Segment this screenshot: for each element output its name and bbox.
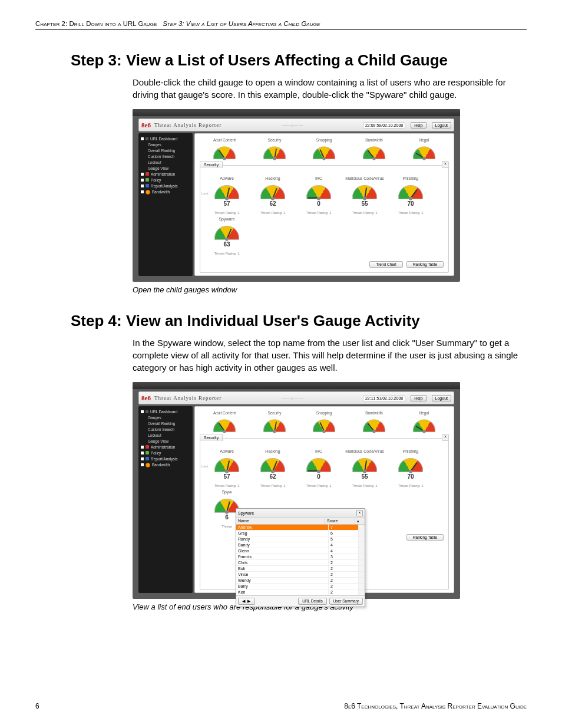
logout-button[interactable]: Logout xyxy=(432,395,451,401)
figure-2: 8e6 Threat Analysis Reporter ~~~~⌂~~~~ 2… xyxy=(35,382,527,599)
sidebar-item[interactable]: Lockout xyxy=(138,432,193,438)
pager[interactable]: ◀ ▶ xyxy=(238,598,255,605)
sidebar-item-report[interactable]: Report/Analysis xyxy=(138,456,193,462)
scroll-up-icon[interactable]: ▴ xyxy=(355,518,365,524)
table-header: Name Score ▴ xyxy=(236,518,365,525)
scrollbar[interactable] xyxy=(358,572,365,577)
close-icon[interactable]: × xyxy=(442,161,449,168)
table-row[interactable]: Vince2 xyxy=(236,572,365,578)
sidebar-item-policy[interactable]: Policy xyxy=(138,450,193,456)
scrollbar[interactable] xyxy=(358,578,365,583)
gauge[interactable]: Shopping xyxy=(305,411,344,433)
close-icon[interactable]: × xyxy=(356,510,363,516)
scrollbar[interactable] xyxy=(358,560,365,565)
logo: 8e6 xyxy=(141,121,151,129)
sidebar-item-bandwidth[interactable]: Bandwidth xyxy=(138,462,193,468)
table-row[interactable]: Andrew7 xyxy=(236,525,365,531)
scrollbar[interactable] xyxy=(358,525,365,530)
gauge[interactable]: Security xyxy=(255,411,295,433)
table-row[interactable]: Barry2 xyxy=(236,584,365,589)
table-row[interactable]: Wendy2 xyxy=(236,578,365,584)
sidebar-item-dashboard[interactable]: URL Dashboard xyxy=(138,136,193,141)
child-gauge[interactable]: Phishing70Threat Rating: 1 xyxy=(389,449,432,487)
child-gauge[interactable]: Hacking62Threat Rating: 1 xyxy=(251,449,295,487)
sidebar-item-report[interactable]: Report/Analysis xyxy=(138,183,193,189)
chapter-label: Chapter 2: Drill Down into a URL Gauge xyxy=(35,20,157,27)
window-titlebar xyxy=(133,109,460,116)
ranking-table-button[interactable]: Ranking Table xyxy=(406,261,444,268)
sidebar-item-bandwidth[interactable]: Bandwidth xyxy=(138,189,193,195)
gauge[interactable]: Security xyxy=(255,139,295,160)
header-ornament: ~~~~⌂~~~~ xyxy=(225,123,359,127)
child-gauge[interactable]: Phishing70Threat Rating: 1 xyxy=(389,176,432,215)
table-row[interactable]: Bob2 xyxy=(236,566,365,572)
header-ornament: ~~~~⌂~~~~ xyxy=(225,396,359,400)
scrollbar[interactable] xyxy=(358,536,365,542)
child-gauge[interactable]: Malicious Code/Virus55Threat Rating: 1 xyxy=(343,449,386,487)
figure-1: 8e6 Threat Analysis Reporter ~~~~⌂~~~~ 2… xyxy=(35,109,527,282)
user-summary-button[interactable]: User Summary xyxy=(329,598,363,605)
sidebar-item[interactable]: Gauge View xyxy=(138,165,193,171)
sidebar-item[interactable]: Gauges xyxy=(138,414,193,420)
sidebar-item-admin[interactable]: Administration xyxy=(138,171,193,177)
child-gauge[interactable]: Adware57Threat Rating: 1 xyxy=(205,176,249,215)
sidebar-item-dashboard[interactable]: URL Dashboard xyxy=(138,409,193,414)
gauge[interactable]: Bandwidth xyxy=(355,411,394,433)
table-row[interactable]: Randy5 xyxy=(236,536,365,542)
step3-body: Double-click the child gauge to open a w… xyxy=(35,77,527,101)
table-row[interactable]: Francis3 xyxy=(236,554,365,560)
page-number: 6 xyxy=(35,702,39,710)
gauge[interactable]: Illegal xyxy=(404,411,444,433)
sidebar-item[interactable]: Overall Ranking xyxy=(138,147,193,153)
gauge[interactable]: Bandwidth xyxy=(355,139,394,160)
table-row[interactable]: Bandy4 xyxy=(236,542,365,548)
close-icon[interactable]: × xyxy=(442,434,449,441)
child-gauge[interactable]: Spyware63Threat Rating: 1 xyxy=(205,217,249,255)
table-row[interactable]: Ken2 xyxy=(236,589,365,595)
sidebar-item-policy[interactable]: Policy xyxy=(138,177,193,183)
gauge[interactable]: Adult Content xyxy=(205,139,244,160)
scrollbar[interactable] xyxy=(358,548,365,554)
child-gauge[interactable]: Malicious Code/Virus55Threat Rating: 1 xyxy=(343,176,386,215)
gauge[interactable]: Shopping xyxy=(305,139,344,160)
col-score[interactable]: Score xyxy=(325,518,355,524)
timestamp: 22:11:51/02.10.2008 xyxy=(363,395,405,401)
trend-chart-button[interactable]: Trend Chart xyxy=(369,261,402,268)
child-gauge[interactable]: IRC0Threat Rating: 1 xyxy=(297,449,340,487)
gauge[interactable]: Illegal xyxy=(404,139,444,160)
scrollbar[interactable] xyxy=(358,531,365,536)
table-row[interactable]: Chris2 xyxy=(236,560,365,566)
sidebar-item[interactable]: Overall Ranking xyxy=(138,420,193,426)
sidebar-item-admin[interactable]: Administration xyxy=(138,444,193,450)
child-gauge[interactable]: Hacking62Threat Rating: 1 xyxy=(251,176,295,215)
gauge[interactable]: Adult Content xyxy=(205,411,244,433)
app-name: Threat Analysis Reporter xyxy=(154,122,222,128)
panel-tab: Security xyxy=(200,434,223,441)
scrollbar[interactable] xyxy=(358,584,365,589)
ranking-table-button[interactable]: Ranking Table xyxy=(406,534,444,541)
help-button[interactable]: Help xyxy=(411,395,426,401)
sidebar-item[interactable]: Gauge View xyxy=(138,438,193,444)
sidebar-item[interactable]: Custom Search xyxy=(138,426,193,432)
sidebar: URL Dashboard Gauges Overall Ranking Cus… xyxy=(138,133,193,276)
table-row[interactable]: Glenn4 xyxy=(236,548,365,554)
scrollbar[interactable] xyxy=(358,542,365,548)
scrollbar[interactable] xyxy=(358,566,365,571)
child-gauge[interactable]: Adware57Threat Rating: 1 xyxy=(205,449,249,487)
sidebar-item[interactable]: Gauges xyxy=(138,141,193,147)
app-name: Threat Analysis Reporter xyxy=(154,395,222,401)
sidebar-item[interactable]: Lockout xyxy=(138,159,193,165)
user-table: Andrew7Greg6Randy5Bandy4Glenn4Francis3Ch… xyxy=(236,525,365,595)
logout-button[interactable]: Logout xyxy=(432,122,451,129)
top-gauge-row: Adult Content Security Shopping Bandwidt… xyxy=(200,137,449,162)
table-row[interactable]: Greg6 xyxy=(236,531,365,536)
child-gauge[interactable]: IRC0Threat Rating: 1 xyxy=(297,176,340,215)
page-footer: 6 8e6 Technologies, Threat Analysis Repo… xyxy=(35,702,527,710)
scrollbar[interactable] xyxy=(358,554,365,559)
sidebar-item[interactable]: Custom Search xyxy=(138,153,193,159)
col-name[interactable]: Name xyxy=(236,518,325,524)
popup-header: Spyware × xyxy=(236,509,365,518)
help-button[interactable]: Help xyxy=(411,122,426,129)
url-details-button[interactable]: URL Details xyxy=(298,598,326,605)
scrollbar[interactable] xyxy=(358,589,365,595)
